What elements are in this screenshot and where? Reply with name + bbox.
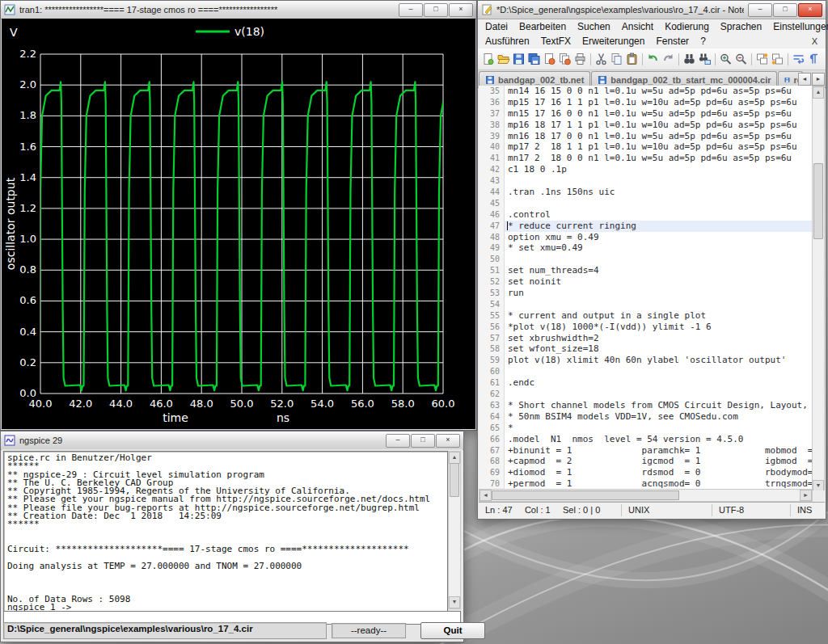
console-close-button[interactable]: × bbox=[436, 434, 460, 448]
word-wrap-icon[interactable] bbox=[791, 53, 806, 66]
print-icon[interactable] bbox=[572, 53, 588, 66]
zoom-in-icon[interactable] bbox=[718, 53, 733, 66]
code-line[interactable]: 67+binunit = 1 paramchk= 1 mobmod = 0 bbox=[479, 445, 813, 457]
code-line[interactable]: 41mn17 2 18 0 0 n1 l=0.1u w=5u ad=5p pd=… bbox=[479, 153, 813, 164]
sync-scroll-v-icon[interactable] bbox=[754, 53, 770, 66]
close-file-icon[interactable] bbox=[542, 53, 557, 66]
menu-item-?[interactable]: ? bbox=[695, 34, 712, 48]
code-line[interactable]: 35mn14 16 15 0 0 n1 l=0.1u w=5u ad=5p pd… bbox=[479, 86, 813, 97]
code-line[interactable]: 49* set xmu=0.49 bbox=[479, 242, 813, 254]
code-line[interactable]: 52set noinit bbox=[479, 276, 813, 288]
paste-icon[interactable] bbox=[624, 53, 640, 66]
console-output[interactable]: spice.rc in Benutzer/Holger******** ngsp… bbox=[3, 451, 448, 614]
text-editor[interactable]: 35mn14 16 15 0 0 n1 l=0.1u w=5u ad=5p pd… bbox=[479, 86, 813, 491]
console-maximize-button[interactable]: □ bbox=[411, 434, 435, 448]
code-line[interactable]: 36mp15 17 16 1 1 p1 l=0.1u w=10u ad=5p p… bbox=[479, 97, 813, 108]
code-line[interactable]: 68+capmod = 2 igcmod = 1 igbmod = 1 bbox=[479, 456, 813, 467]
find-icon[interactable] bbox=[682, 53, 697, 66]
code-line[interactable]: 55* current and output in a single plot bbox=[479, 310, 813, 322]
code-line[interactable]: 64* 50nm BSIM4 models VDD=1V, see CMOSed… bbox=[479, 411, 813, 423]
console-titlebar[interactable]: ngspice 29 – □ × bbox=[1, 431, 463, 450]
close-document-button[interactable]: X bbox=[805, 36, 824, 46]
code-line[interactable]: 69+diomod = 1 rdsmod = 0 rbodymod= 1 bbox=[479, 467, 813, 478]
code-line[interactable]: 66.model N1 nmos level = 54 version = 4.… bbox=[479, 434, 813, 445]
code-line[interactable]: 59plot v(18) xlimit 40n 60n ylabel 'osci… bbox=[479, 355, 813, 366]
code-line[interactable]: 51set num_threads=4 bbox=[479, 265, 813, 276]
zoom-out-icon[interactable] bbox=[733, 53, 749, 66]
code-line[interactable]: 57set xbrushwidth=2 bbox=[479, 333, 813, 344]
show-all-chars-icon[interactable] bbox=[806, 53, 822, 66]
menu-item-suchen[interactable]: Suchen bbox=[572, 19, 616, 34]
code-line[interactable]: 53run bbox=[479, 288, 813, 299]
plot-maximize-button[interactable]: □ bbox=[424, 3, 448, 17]
code-line[interactable]: 42c1 18 0 .1p bbox=[479, 164, 813, 175]
editor-scroll-right-arrow[interactable]: ► bbox=[800, 490, 812, 501]
code-line[interactable]: 60 bbox=[479, 366, 813, 377]
close-all-icon[interactable] bbox=[557, 53, 572, 66]
menu-item-einstellungen[interactable]: Einstellungen bbox=[767, 19, 828, 34]
cut-icon[interactable] bbox=[594, 53, 609, 66]
code-line[interactable]: 50 bbox=[479, 254, 813, 265]
console-scroll-thumb[interactable] bbox=[450, 463, 459, 497]
menu-item-sprachen[interactable]: Sprachen bbox=[715, 19, 767, 34]
menu-item-kodierung[interactable]: Kodierung bbox=[659, 19, 715, 34]
console-scroll-up-arrow[interactable]: ▲ bbox=[449, 452, 460, 464]
new-file-icon[interactable] bbox=[480, 53, 496, 66]
notepad-close-button[interactable]: × bbox=[798, 3, 822, 17]
code-line[interactable]: 61.endc bbox=[479, 377, 813, 389]
plot-canvas[interactable]: 0.00.20.40.60.81.01.21.41.61.82.02.240.0… bbox=[2, 19, 475, 429]
undo-icon[interactable] bbox=[645, 53, 661, 66]
editor-horizontal-scrollbar[interactable]: ◄ ► bbox=[479, 489, 813, 502]
code-line[interactable]: 47* reduce current ringing bbox=[479, 221, 813, 232]
editor-scroll-up-arrow[interactable]: ▲ bbox=[813, 86, 824, 99]
document-tab[interactable]: bandgap_002_tb_start_mc_000004.cir bbox=[591, 71, 777, 87]
code-line[interactable]: 62 bbox=[479, 389, 813, 400]
menu-item-erweiterungen[interactable]: Erweiterungen bbox=[577, 34, 650, 48]
editor-hscroll-thumb[interactable] bbox=[492, 490, 679, 500]
open-file-icon[interactable] bbox=[496, 53, 511, 66]
console-minimize-button[interactable]: – bbox=[386, 434, 410, 448]
redo-icon[interactable] bbox=[661, 53, 676, 66]
code-line[interactable]: 45 bbox=[479, 198, 813, 209]
plot-close-button[interactable]: × bbox=[449, 3, 473, 17]
code-line[interactable]: 56*plot v(18) 1000*(-I(vdd)) ylimit -1 6 bbox=[479, 322, 813, 333]
console-scrollbar[interactable]: ▲ ▼ bbox=[448, 451, 461, 609]
code-line[interactable]: 48option xmu = 0.49 bbox=[479, 232, 813, 243]
document-tab[interactable]: bandgap_002_tb.net bbox=[479, 71, 590, 87]
tab-scroll-left-button[interactable]: ◄ bbox=[798, 73, 811, 86]
menu-item-datei[interactable]: Datei bbox=[479, 19, 513, 34]
sync-scroll-h-icon[interactable] bbox=[770, 53, 785, 66]
notepad-minimize-button[interactable]: – bbox=[748, 3, 772, 17]
code-line[interactable]: 38mp16 18 17 1 1 p1 l=0.1u w=10u ad=5p p… bbox=[479, 120, 813, 131]
code-line[interactable]: 70+permod = 1 acnqsmod= 0 trnqsmod= 0 bbox=[479, 478, 813, 490]
code-line[interactable]: 63* Short channel models from CMOS Circu… bbox=[479, 400, 813, 411]
replace-icon[interactable] bbox=[697, 53, 712, 66]
menu-item-ausfhren[interactable]: Ausführen bbox=[479, 34, 535, 48]
tab-scroll-right-button[interactable]: ► bbox=[812, 73, 825, 86]
plot-window-titlebar[interactable]: tran1: *****************==== 17-stage cm… bbox=[1, 1, 476, 19]
console-scroll-down-arrow[interactable]: ▼ bbox=[449, 596, 460, 608]
save-file-icon[interactable] bbox=[511, 53, 526, 66]
notepad-titlebar[interactable]: *D:\Spice_general\ngspice\examples\vario… bbox=[478, 1, 826, 19]
code-line[interactable]: 37mn15 17 16 0 0 n1 l=0.1u w=5u ad=5p pd… bbox=[479, 108, 813, 120]
menu-item-textfx[interactable]: TextFX bbox=[535, 34, 577, 48]
code-line[interactable]: 54 bbox=[479, 299, 813, 310]
plot-minimize-button[interactable]: – bbox=[399, 3, 423, 17]
editor-vertical-scrollbar[interactable]: ▲ ▼ bbox=[812, 86, 825, 493]
menu-item-bearbeiten[interactable]: Bearbeiten bbox=[513, 19, 572, 34]
menu-item-fenster[interactable]: Fenster bbox=[650, 34, 695, 48]
quit-button[interactable]: Quit bbox=[420, 622, 485, 639]
notepad-maximize-button[interactable]: □ bbox=[773, 3, 797, 17]
code-line[interactable]: 58set wfont_size=18 bbox=[479, 343, 813, 355]
code-line[interactable]: 46.control bbox=[479, 209, 813, 221]
save-all-icon[interactable] bbox=[526, 53, 542, 66]
code-line[interactable]: 43 bbox=[479, 175, 813, 187]
copy-icon[interactable] bbox=[609, 53, 624, 66]
editor-vscroll-thumb[interactable] bbox=[813, 163, 823, 239]
code-line[interactable]: 40mp17 2 18 1 1 p1 l=0.1u w=10u ad=5p pd… bbox=[479, 141, 813, 153]
code-line[interactable]: 44.tran .1ns 150ns uic bbox=[479, 187, 813, 198]
code-line[interactable]: 39mn16 18 17 0 0 n1 l=0.1u w=5u ad=5p pd… bbox=[479, 131, 813, 142]
editor-scroll-left-arrow[interactable]: ◄ bbox=[479, 490, 492, 501]
menu-item-ansicht[interactable]: Ansicht bbox=[616, 19, 659, 34]
code-line[interactable]: 65* bbox=[479, 423, 813, 434]
